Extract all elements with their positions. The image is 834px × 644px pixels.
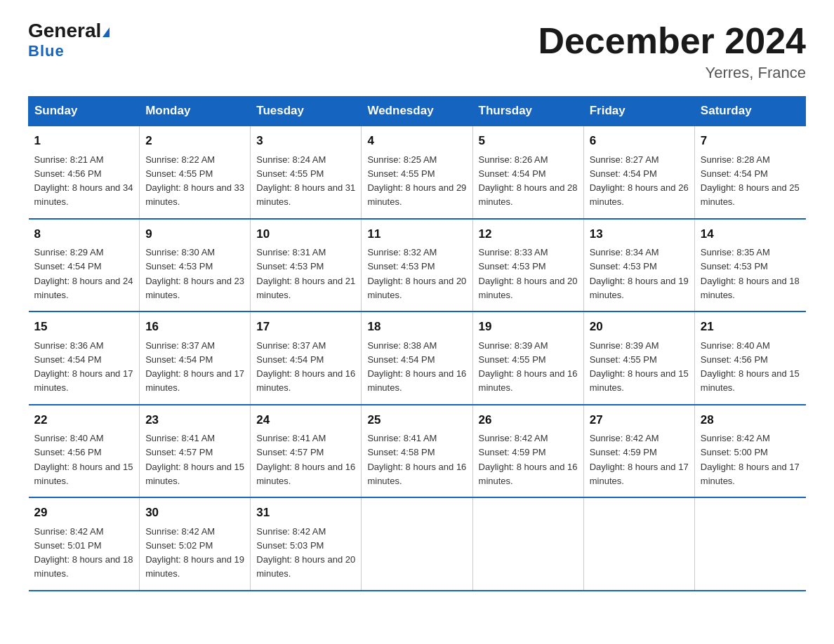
empty-cell	[472, 497, 583, 591]
week-row-2: 8Sunrise: 8:29 AMSunset: 4:54 PMDaylight…	[29, 219, 806, 312]
day-cell-10: 10Sunrise: 8:31 AMSunset: 4:53 PMDayligh…	[251, 219, 362, 312]
day-info: Sunrise: 8:33 AMSunset: 4:53 PMDaylight:…	[479, 247, 578, 300]
day-number: 25	[367, 411, 466, 429]
day-info: Sunrise: 8:32 AMSunset: 4:53 PMDaylight:…	[367, 247, 466, 300]
day-cell-11: 11Sunrise: 8:32 AMSunset: 4:53 PMDayligh…	[362, 219, 472, 312]
day-cell-2: 2Sunrise: 8:22 AMSunset: 4:55 PMDaylight…	[140, 126, 251, 219]
day-info: Sunrise: 8:39 AMSunset: 4:55 PMDaylight:…	[590, 340, 689, 394]
day-cell-24: 24Sunrise: 8:41 AMSunset: 4:57 PMDayligh…	[251, 405, 362, 498]
day-number: 4	[367, 132, 466, 150]
day-info: Sunrise: 8:25 AMSunset: 4:55 PMDaylight:…	[367, 154, 466, 208]
day-number: 28	[701, 411, 800, 429]
logo-general-text: General	[28, 20, 101, 41]
day-number: 5	[479, 132, 578, 150]
day-info: Sunrise: 8:42 AMSunset: 4:59 PMDaylight:…	[590, 433, 689, 486]
day-cell-16: 16Sunrise: 8:37 AMSunset: 4:54 PMDayligh…	[140, 311, 251, 405]
day-info: Sunrise: 8:39 AMSunset: 4:55 PMDaylight:…	[479, 340, 578, 394]
day-info: Sunrise: 8:26 AMSunset: 4:54 PMDaylight:…	[479, 154, 578, 208]
day-number: 18	[367, 318, 466, 336]
day-info: Sunrise: 8:42 AMSunset: 5:02 PMDaylight:…	[145, 526, 244, 579]
day-header-sunday: Sunday	[29, 97, 140, 126]
day-cell-5: 5Sunrise: 8:26 AMSunset: 4:54 PMDaylight…	[472, 126, 583, 219]
day-number: 31	[256, 504, 355, 522]
day-info: Sunrise: 8:40 AMSunset: 4:56 PMDaylight:…	[34, 433, 133, 486]
day-info: Sunrise: 8:24 AMSunset: 4:55 PMDaylight:…	[256, 154, 355, 208]
day-info: Sunrise: 8:42 AMSunset: 4:59 PMDaylight:…	[479, 433, 578, 486]
day-cell-12: 12Sunrise: 8:33 AMSunset: 4:53 PMDayligh…	[472, 219, 583, 312]
day-cell-29: 29Sunrise: 8:42 AMSunset: 5:01 PMDayligh…	[29, 497, 140, 591]
day-cell-21: 21Sunrise: 8:40 AMSunset: 4:56 PMDayligh…	[694, 311, 805, 405]
day-info: Sunrise: 8:35 AMSunset: 4:53 PMDaylight:…	[701, 247, 800, 300]
day-info: Sunrise: 8:37 AMSunset: 4:54 PMDaylight:…	[145, 340, 244, 394]
day-number: 26	[479, 411, 578, 429]
week-row-1: 1Sunrise: 8:21 AMSunset: 4:56 PMDaylight…	[29, 126, 806, 219]
day-info: Sunrise: 8:30 AMSunset: 4:53 PMDaylight:…	[145, 247, 244, 300]
day-cell-20: 20Sunrise: 8:39 AMSunset: 4:55 PMDayligh…	[583, 311, 694, 405]
day-cell-30: 30Sunrise: 8:42 AMSunset: 5:02 PMDayligh…	[140, 497, 251, 591]
day-info: Sunrise: 8:41 AMSunset: 4:57 PMDaylight:…	[256, 433, 355, 486]
day-number: 8	[34, 225, 134, 243]
day-info: Sunrise: 8:34 AMSunset: 4:53 PMDaylight:…	[590, 247, 689, 300]
day-cell-23: 23Sunrise: 8:41 AMSunset: 4:57 PMDayligh…	[140, 405, 251, 498]
day-header-monday: Monday	[140, 97, 251, 126]
day-cell-9: 9Sunrise: 8:30 AMSunset: 4:53 PMDaylight…	[140, 219, 251, 312]
day-cell-3: 3Sunrise: 8:24 AMSunset: 4:55 PMDaylight…	[251, 126, 362, 219]
logo: General Blue	[28, 21, 110, 60]
day-number: 29	[34, 504, 134, 522]
day-cell-31: 31Sunrise: 8:42 AMSunset: 5:03 PMDayligh…	[251, 497, 362, 591]
day-number: 24	[256, 411, 355, 429]
day-number: 10	[256, 225, 355, 243]
day-number: 20	[590, 318, 689, 336]
day-cell-13: 13Sunrise: 8:34 AMSunset: 4:53 PMDayligh…	[583, 219, 694, 312]
day-header-tuesday: Tuesday	[251, 97, 362, 126]
day-number: 17	[256, 318, 355, 336]
day-number: 7	[701, 132, 800, 150]
day-cell-8: 8Sunrise: 8:29 AMSunset: 4:54 PMDaylight…	[29, 219, 140, 312]
week-row-4: 22Sunrise: 8:40 AMSunset: 4:56 PMDayligh…	[29, 405, 806, 498]
logo-triangle-icon	[102, 27, 110, 37]
day-info: Sunrise: 8:29 AMSunset: 4:54 PMDaylight:…	[34, 247, 133, 300]
page-header: General Blue December 2024 Yerres, Franc…	[28, 21, 806, 82]
empty-cell	[362, 497, 472, 591]
day-cell-15: 15Sunrise: 8:36 AMSunset: 4:54 PMDayligh…	[29, 311, 140, 405]
day-number: 30	[145, 504, 244, 522]
day-header-saturday: Saturday	[694, 97, 805, 126]
day-number: 22	[34, 411, 134, 429]
day-number: 3	[256, 132, 355, 150]
day-number: 12	[479, 225, 578, 243]
day-number: 1	[34, 132, 134, 150]
empty-cell	[694, 497, 805, 591]
empty-cell	[583, 497, 694, 591]
week-row-3: 15Sunrise: 8:36 AMSunset: 4:54 PMDayligh…	[29, 311, 806, 405]
day-number: 11	[367, 225, 466, 243]
day-header-wednesday: Wednesday	[362, 97, 472, 126]
day-cell-17: 17Sunrise: 8:37 AMSunset: 4:54 PMDayligh…	[251, 311, 362, 405]
month-title: December 2024	[538, 21, 806, 61]
day-info: Sunrise: 8:37 AMSunset: 4:54 PMDaylight:…	[256, 340, 355, 394]
day-info: Sunrise: 8:21 AMSunset: 4:56 PMDaylight:…	[34, 154, 133, 208]
logo-blue-text: Blue	[28, 42, 65, 60]
day-cell-26: 26Sunrise: 8:42 AMSunset: 4:59 PMDayligh…	[472, 405, 583, 498]
day-number: 6	[590, 132, 689, 150]
day-info: Sunrise: 8:42 AMSunset: 5:00 PMDaylight:…	[701, 433, 800, 486]
day-cell-14: 14Sunrise: 8:35 AMSunset: 4:53 PMDayligh…	[694, 219, 805, 312]
day-number: 15	[34, 318, 134, 336]
day-number: 2	[145, 132, 244, 150]
day-info: Sunrise: 8:36 AMSunset: 4:54 PMDaylight:…	[34, 340, 133, 394]
day-info: Sunrise: 8:41 AMSunset: 4:57 PMDaylight:…	[145, 433, 244, 486]
day-info: Sunrise: 8:22 AMSunset: 4:55 PMDaylight:…	[145, 154, 244, 208]
day-info: Sunrise: 8:38 AMSunset: 4:54 PMDaylight:…	[367, 340, 466, 394]
day-info: Sunrise: 8:42 AMSunset: 5:03 PMDaylight:…	[256, 526, 355, 579]
day-number: 13	[590, 225, 689, 243]
day-info: Sunrise: 8:42 AMSunset: 5:01 PMDaylight:…	[34, 526, 133, 579]
day-number: 21	[701, 318, 800, 336]
day-number: 9	[145, 225, 244, 243]
day-number: 23	[145, 411, 244, 429]
day-cell-27: 27Sunrise: 8:42 AMSunset: 4:59 PMDayligh…	[583, 405, 694, 498]
calendar-table: SundayMondayTuesdayWednesdayThursdayFrid…	[28, 96, 806, 591]
day-cell-19: 19Sunrise: 8:39 AMSunset: 4:55 PMDayligh…	[472, 311, 583, 405]
day-cell-1: 1Sunrise: 8:21 AMSunset: 4:56 PMDaylight…	[29, 126, 140, 219]
day-info: Sunrise: 8:41 AMSunset: 4:58 PMDaylight:…	[367, 433, 466, 486]
day-number: 27	[590, 411, 689, 429]
day-cell-18: 18Sunrise: 8:38 AMSunset: 4:54 PMDayligh…	[362, 311, 472, 405]
